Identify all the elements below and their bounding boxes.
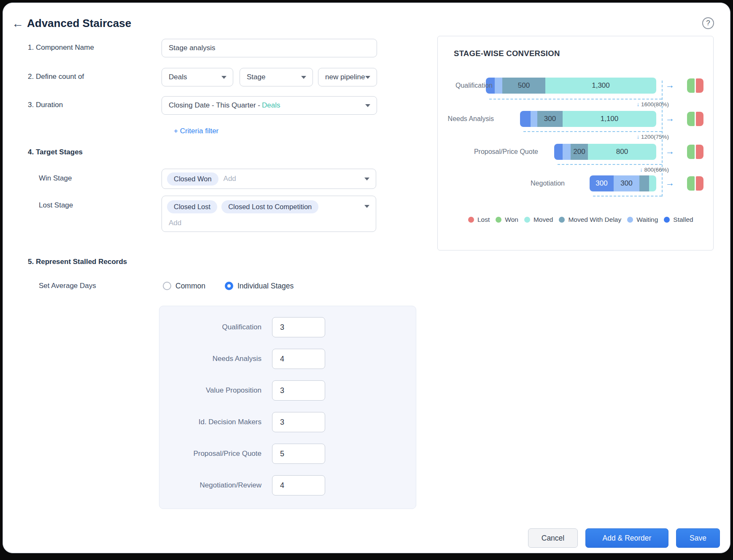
chevron-down-icon [301,76,306,79]
lost-stage-field[interactable]: Closed LostClosed Lost to Competition Ad… [162,196,376,232]
bar-segment-moved: 800 [588,144,656,160]
chevron-down-icon [364,178,369,180]
bar-segment-moved [649,175,656,191]
win-stage-field[interactable]: Closed Won Add [162,169,376,189]
right-arrow-icon: → [666,80,674,90]
stage-day-input-4[interactable] [272,412,325,432]
stage-day-label: Value Proposition [159,380,261,401]
stage-day-label: Id. Decision Makers [159,412,261,432]
bar-segment-moved: 1,100 [563,111,656,127]
stage-wise-conversion-panel: STAGE-WISE CONVERSION Qualification5001,… [437,36,714,250]
stage-chip[interactable]: Closed Won [167,172,218,186]
chart-legend: LostWonMovedMoved With DelayWaitingStall… [468,216,707,223]
lost-stage-add-placeholder[interactable]: Add [169,219,181,227]
bar-category-label: Proposal/Price Quote [474,144,538,160]
legend-item-lost: Lost [468,216,490,223]
lost-pill [696,145,703,159]
stage-day-input-6[interactable] [272,475,325,495]
won-pill [687,78,695,93]
bar-category-label: Negotiation [531,175,565,191]
legend-dot [524,217,530,223]
chart-title: STAGE-WISE CONVERSION [454,49,560,58]
bar-segment-stalled [520,111,531,127]
define-count-dropdown-3[interactable]: new pipeline [318,68,377,86]
bar-segment-delay: 500 [502,78,545,94]
won-pill [687,145,695,159]
down-arrow-icon: ↓ [636,134,641,140]
duration-label: 3. Duration [28,101,63,109]
right-arrow-icon: → [666,113,674,124]
win-stage-chips: Closed Won [167,172,218,186]
lost-pill [696,78,703,93]
back-arrow-icon[interactable]: ← [12,17,24,30]
page-title: Advanced Staircase [27,17,131,30]
legend-label: Moved [534,216,553,223]
radio-label: Common [175,282,205,291]
bar-segment-delay: 200 [571,144,588,160]
stage-day-label: Qualification [159,317,261,337]
won-lost-indicator [687,145,703,159]
won-lost-indicator [687,176,703,191]
won-lost-indicator [687,112,703,126]
define-count-label: 2. Define count of [28,73,84,81]
stacked-bar: 300300 [590,175,656,191]
add-reorder-button[interactable]: Add & Reorder [585,528,668,548]
stage-day-input-5[interactable] [272,444,325,464]
duration-select[interactable]: Closing Date - This Quarter - Deals [162,96,377,115]
component-name-value: Stage analysis [169,44,216,52]
bar-segment-waiting [495,78,502,94]
lost-stage-label: Lost Stage [39,201,73,210]
dropdown-value: Stage [247,73,265,81]
win-stage-add-placeholder[interactable]: Add [224,175,236,183]
stacked-bar: 3001,100 [520,111,656,127]
radio-label: Individual Stages [237,282,294,291]
component-name-field[interactable]: Stage analysis [162,39,377,57]
stage-chip[interactable]: Closed Lost to Competition [221,200,318,213]
set-average-days-label: Set Average Days [39,282,96,290]
legend-label: Lost [477,216,490,223]
radio-common[interactable] [163,282,171,290]
stage-day-input-2[interactable] [272,349,325,369]
bar-segment-stalled: 300 [590,175,614,191]
legend-item-moved: Moved [524,216,553,223]
won-lost-indicator [687,78,703,93]
define-count-dropdown-1[interactable]: Deals [162,68,233,86]
won-pill [687,112,695,126]
radio-individual-stages[interactable] [225,282,233,290]
bar-segment-moved: 1,300 [545,78,656,94]
bar-segment-delay: 300 [537,111,563,127]
chevron-down-icon [364,205,369,208]
stage-day-input-3[interactable] [272,380,325,401]
dropdown-value: new pipeline [325,73,365,81]
legend-item-waiting: Waiting [627,216,658,223]
step-connector-line [523,131,662,132]
stage-chip[interactable]: Closed Lost [167,200,217,213]
legend-label: Won [505,216,518,223]
stage-day-label: Needs Analysis [159,349,261,369]
criteria-filter-link[interactable]: + Criteria filter [174,127,218,135]
stacked-bar: 5001,300 [486,78,656,94]
save-button[interactable]: Save [676,528,720,548]
legend-label: Moved With Delay [568,216,621,223]
legend-item-delay: Moved With Delay [559,216,621,223]
won-pill [687,176,695,191]
duration-value: Closing Date - This Quarter - [169,101,260,110]
bar-segment-stalled [554,144,563,160]
legend-dot [559,217,565,223]
right-arrow-icon: → [666,178,674,188]
conversion-note: ↓ 800(66%) [640,167,669,173]
legend-dot [664,217,670,223]
bar-segment-waiting [563,144,571,160]
advanced-staircase-dialog: { "header": { "title": "Advanced Stairca… [0,0,733,560]
chevron-down-icon [221,76,226,79]
stage-day-input-1[interactable] [272,317,325,337]
define-count-dropdown-2[interactable]: Stage [240,68,313,86]
stacked-bar: 200800 [554,144,656,160]
bar-segment-waiting [531,111,537,127]
help-icon[interactable]: ? [702,17,714,29]
stalled-records-label: 5. Represent Stalled Records [28,258,127,266]
lost-stage-chips: Closed LostClosed Lost to Competition [167,200,318,213]
cancel-button[interactable]: Cancel [528,528,578,548]
chevron-down-icon [365,76,370,79]
lost-pill [696,176,703,191]
